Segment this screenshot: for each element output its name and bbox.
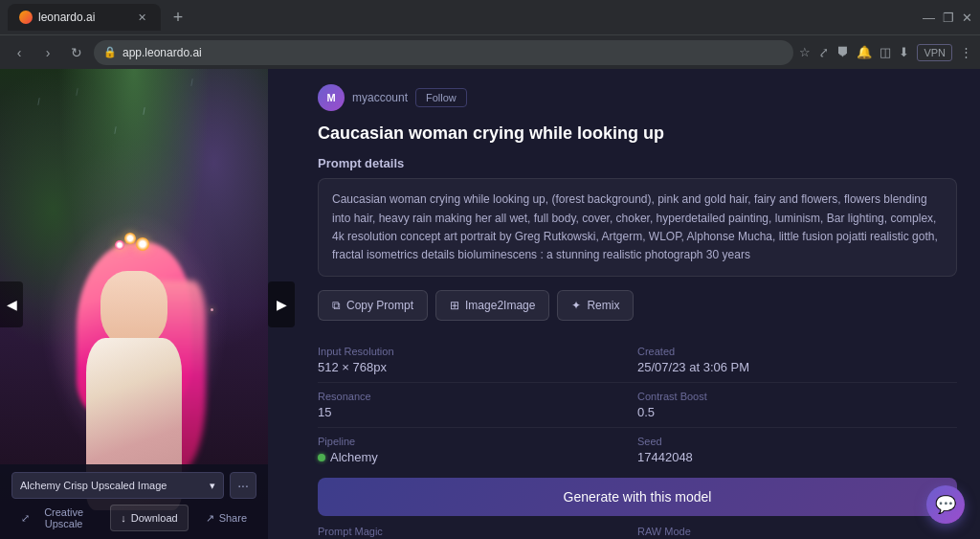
share-button[interactable]: ↗ Share	[196, 505, 256, 531]
generate-button[interactable]: Generate with this model	[318, 478, 957, 516]
preset-row: Alchemy Crisp Upscaled Image ▾ ···	[11, 472, 256, 499]
meta-seed: Seed 17442048	[637, 428, 957, 473]
remix-icon: ✦	[571, 299, 581, 312]
meta-contrast-boost-value: 0.5	[637, 405, 957, 419]
copy-prompt-button[interactable]: ⧉ Copy Prompt	[318, 290, 428, 321]
figure-face	[100, 271, 167, 348]
meta-created-label: Created	[637, 346, 957, 357]
image2image-label: Image2Image	[465, 299, 535, 312]
shield-icon: ⛊	[836, 45, 849, 59]
chat-icon: 💬	[935, 494, 956, 515]
meta-prompt-magic-label: Prompt Magic	[318, 526, 637, 537]
flower-2	[115, 240, 124, 250]
share-icon: ↗	[206, 512, 214, 525]
active-tab[interactable]: leonardo.ai ✕	[8, 4, 161, 31]
address-bar[interactable]: 🔒 app.leonardo.ai	[94, 40, 793, 65]
toolbar-right: ☆ ⤤ ⛊ 🔔 ◫ ⬇ VPN ⋮	[799, 44, 972, 61]
image-panel: ◀	[0, 69, 268, 539]
generate-btn-bar: Generate with this model	[318, 470, 957, 524]
image-title: Caucasian woman crying while looking up	[318, 123, 957, 145]
flower-1	[124, 233, 136, 244]
url-text: app.leonardo.ai	[122, 46, 202, 59]
meta-seed-value: 17442048	[637, 450, 957, 464]
meta-pipeline: Pipeline Alchemy	[318, 428, 637, 473]
copy-prompt-label: Copy Prompt	[346, 299, 413, 312]
upscale-icon: ⤢	[21, 512, 30, 525]
preset-more-button[interactable]: ···	[230, 472, 256, 499]
username: myaccount	[352, 91, 408, 104]
meta-created: Created 25/07/23 at 3:06 PM	[637, 338, 957, 383]
meta-raw-mode-label: RAW Mode	[637, 526, 957, 537]
meta-input-resolution: Input Resolution 512 × 768px	[318, 338, 637, 383]
window-minimize-icon[interactable]: —	[923, 11, 935, 25]
download-button[interactable]: ↓ Download	[110, 505, 188, 531]
creative-upscale-button[interactable]: ⤢ Creative Upscale	[11, 505, 102, 531]
main-content: ◀	[0, 69, 980, 539]
prev-image-button[interactable]: ◀	[0, 281, 23, 327]
details-panel: M myaccount Follow Caucasian woman cryin…	[295, 69, 980, 539]
share-toolbar-icon[interactable]: ⤤	[818, 45, 829, 59]
split-view-icon[interactable]: ◫	[880, 45, 891, 59]
menu-icon[interactable]: ⋮	[960, 45, 972, 59]
remix-label: Remix	[587, 299, 619, 312]
avatar: M	[318, 84, 345, 111]
image-action-row: ⤢ Creative Upscale ↓ Download ↗ Share	[11, 505, 256, 531]
lock-icon: 🔒	[103, 46, 117, 58]
download-label: Download	[131, 512, 178, 524]
meta-input-resolution-label: Input Resolution	[318, 346, 637, 357]
meta-pipeline-value: Alchemy	[318, 450, 637, 464]
tab-favicon	[19, 11, 33, 24]
share-label: Share	[219, 512, 247, 524]
remix-button[interactable]: ✦ Remix	[557, 290, 634, 321]
meta-resonance-label: Resonance	[318, 391, 637, 402]
prompt-section-label: Prompt details	[318, 156, 957, 170]
meta-contrast-boost: Contrast Boost 0.5	[637, 383, 957, 428]
image-controls: Alchemy Crisp Upscaled Image ▾ ··· ⤢ Cre…	[0, 464, 268, 539]
back-button[interactable]: ‹	[8, 41, 31, 64]
copy-icon: ⧉	[332, 299, 341, 312]
meta-resonance: Resonance 15	[318, 383, 637, 428]
bookmark-icon[interactable]: ☆	[799, 45, 811, 59]
sparkle-3	[211, 308, 213, 311]
chevron-down-icon: ▾	[210, 480, 215, 492]
image2image-button[interactable]: ⊞ Image2Image	[435, 290, 549, 321]
meta-seed-label: Seed	[637, 436, 957, 447]
browser-toolbar: ‹ › ↻ 🔒 app.leonardo.ai ☆ ⤤ ⛊ 🔔 ◫ ⬇ VPN …	[0, 34, 980, 69]
browser-tab-bar: leonardo.ai ✕ + — ❐ ✕	[0, 0, 980, 34]
prompt-text: Caucasian woman crying while looking up,…	[318, 178, 957, 277]
chat-button[interactable]: 💬	[926, 485, 965, 524]
new-tab-button[interactable]: +	[165, 4, 191, 31]
meta-contrast-boost-label: Contrast Boost	[637, 391, 957, 402]
tab-controls-right: — ❐ ✕	[923, 11, 972, 25]
forward-button[interactable]: ›	[36, 41, 59, 64]
download-icon: ↓	[121, 512, 126, 524]
window-close-icon[interactable]: ✕	[962, 11, 972, 25]
meta-created-value: 25/07/23 at 3:06 PM	[637, 360, 957, 374]
pipeline-status-dot	[318, 454, 325, 461]
tab-close-button[interactable]: ✕	[134, 10, 149, 25]
figure-flowers	[115, 233, 153, 261]
user-bar: M myaccount Follow	[318, 84, 957, 111]
meta-resonance-value: 15	[318, 405, 637, 419]
refresh-button[interactable]: ↻	[65, 41, 88, 64]
preset-select-value: Alchemy Crisp Upscaled Image	[20, 480, 167, 491]
browser-chrome: leonardo.ai ✕ + — ❐ ✕ ‹ › ↻ 🔒 app.leonar…	[0, 0, 980, 69]
vpn-label[interactable]: VPN	[917, 44, 952, 61]
follow-button[interactable]: Follow	[415, 88, 467, 107]
flower-3	[136, 237, 149, 251]
next-image-button[interactable]: ▶	[268, 281, 295, 327]
alert-icon: 🔔	[857, 45, 872, 59]
downloads-icon[interactable]: ⬇	[899, 45, 909, 59]
meta-pipeline-label: Pipeline	[318, 436, 637, 447]
tab-title: leonardo.ai	[38, 11, 95, 24]
window-restore-icon[interactable]: ❐	[943, 11, 954, 25]
creative-upscale-label: Creative Upscale	[34, 506, 93, 529]
image2image-icon: ⊞	[450, 299, 459, 312]
action-buttons-row: ⧉ Copy Prompt ⊞ Image2Image ✦ Remix	[318, 290, 957, 321]
meta-input-resolution-value: 512 × 768px	[318, 360, 637, 374]
preset-select[interactable]: Alchemy Crisp Upscaled Image ▾	[11, 472, 224, 499]
